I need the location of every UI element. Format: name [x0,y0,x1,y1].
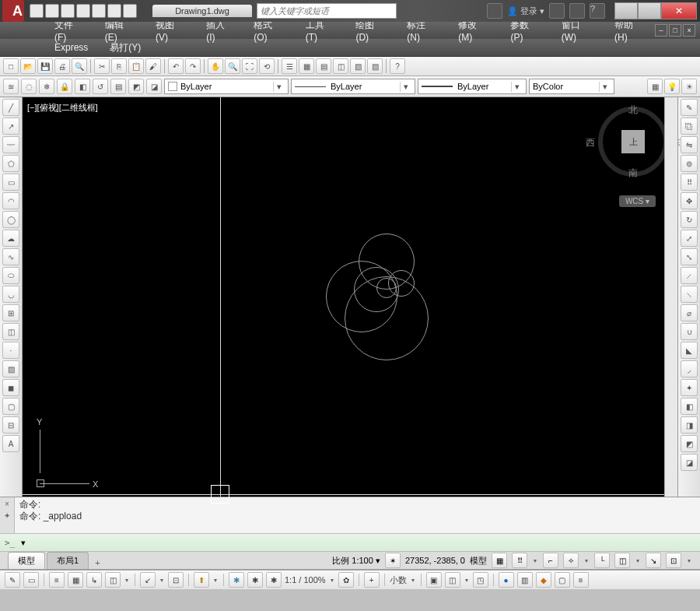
layer-lock-icon[interactable]: 🔒 [57,79,72,94]
copy-obj-icon[interactable]: ⿻ [681,118,698,135]
join-icon[interactable]: ∪ [681,323,698,340]
annoscale-icon[interactable]: ✶ [385,553,401,568]
polygon-tool-icon[interactable]: ⬠ [2,155,19,172]
mirror-icon[interactable]: ⇋ [681,136,698,153]
plotstyle-dropdown[interactable]: ByColor ▾ [529,79,614,94]
text-tool-icon[interactable]: A [2,435,19,452]
make-block-icon[interactable]: ◫ [2,323,19,340]
trim-icon[interactable]: ⟋ [681,267,698,284]
wcs-badge[interactable]: WCS ▾ [619,195,656,207]
exchange-icon[interactable] [549,3,565,19]
calc-icon[interactable]: ▨ [367,58,383,74]
ucs-top-icon[interactable]: ⬆ [194,572,209,588]
design-center-icon[interactable]: ▦ [299,58,314,74]
menu-express[interactable]: Express [44,40,99,55]
help-icon-2[interactable]: ? [390,58,405,74]
qat-print-icon[interactable] [92,4,106,18]
explode-icon[interactable]: ✦ [681,379,698,396]
layer-color-icon[interactable]: ◧ [75,79,90,94]
anno-icon[interactable]: ✱ [247,572,263,588]
search-icon[interactable] [487,3,502,19]
qat-undo-icon[interactable] [107,4,121,18]
qat-redo-icon[interactable] [123,4,137,18]
markup-icon[interactable]: ▧ [350,58,366,74]
tab-model[interactable]: 模型 [8,552,45,569]
grid2-icon[interactable]: ≡ [49,572,65,588]
layer-manager-icon[interactable]: ≋ [3,79,19,94]
tool-palette-icon[interactable]: ▤ [316,58,331,74]
maximize-button[interactable]: □ [638,2,661,19]
save-icon[interactable]: 💾 [37,58,53,74]
app-logo[interactable]: A [2,0,24,22]
mdi-max[interactable]: □ [669,24,681,37]
zoom-icon[interactable]: 🔍 [225,58,240,74]
lineweight-dropdown[interactable]: ByLayer ▾ [418,79,527,94]
chamfer-icon[interactable]: ◣ [681,342,698,359]
scale-label[interactable]: 比例 1:100 ▾ [332,555,380,567]
layer-match-icon[interactable]: ◪ [146,79,162,94]
sheet-set-icon[interactable]: ◫ [333,58,348,74]
person-icon[interactable]: ✱ [229,572,244,588]
polar2-icon[interactable]: ↳ [86,572,102,588]
snapmode-icon[interactable]: ▭ [23,572,39,588]
dyn-input-icon[interactable]: ⊡ [666,553,681,568]
region-tool-icon[interactable]: ▢ [2,398,19,415]
sun-icon[interactable]: ☀ [681,79,697,94]
offset-icon[interactable]: ⊚ [681,155,698,172]
mdi-close[interactable]: × [683,24,695,37]
dynucs-icon[interactable]: ↙ [140,572,156,588]
modify-19-icon[interactable]: ◩ [681,435,698,452]
arc-tool-icon[interactable]: ◠ [2,192,19,209]
gradient-tool-icon[interactable]: ◼ [2,379,19,396]
layer-iso-icon[interactable]: ◩ [128,79,144,94]
spline-tool-icon[interactable]: ∿ [2,248,19,265]
modify-17-icon[interactable]: ◧ [681,398,698,415]
vertical-scrollbar[interactable] [664,97,677,497]
iso-draft-icon[interactable]: ◆ [536,572,551,588]
qat-open-icon[interactable] [45,4,59,18]
osnap-icon[interactable]: └ [594,553,610,568]
rotate-icon[interactable]: ↻ [681,211,698,228]
polar-icon[interactable]: ✧ [563,553,579,568]
ellipse-tool-icon[interactable]: ⬭ [2,267,19,284]
tab-add-button[interactable]: + [90,557,104,569]
rectangle-tool-icon[interactable]: ▭ [2,174,19,191]
cloud-icon[interactable]: ● [499,572,514,588]
sc-icon[interactable]: ⊡ [168,572,184,588]
infer-icon[interactable]: ✎ [5,572,20,588]
help-search-input[interactable] [257,3,397,19]
fillet-icon[interactable]: ◞ [681,360,698,377]
compass-w[interactable]: 西 [586,136,595,149]
space-model-label[interactable]: 模型 [470,555,487,567]
grid-icon[interactable]: ▦ [492,553,507,568]
clean-icon[interactable]: ▢ [555,572,570,588]
3dosnap-icon[interactable]: ◫ [614,553,630,568]
properties-icon[interactable]: ☰ [282,58,297,74]
anno2-icon[interactable]: ✱ [266,572,282,588]
qat-saveas-icon[interactable] [76,4,90,18]
cmd-config-icon[interactable]: ✦ [4,511,10,520]
viewcube[interactable]: 北 南 西 东 上 [598,107,668,177]
iso-icon[interactable]: ◫ [105,572,121,588]
viewcube-top-face[interactable]: 上 [621,130,645,153]
compass-n[interactable]: 北 [598,104,668,117]
units-label[interactable]: 小数 [390,574,407,586]
layer-off-icon[interactable]: ◌ [21,79,37,94]
ellipse-arc-tool-icon[interactable]: ◡ [2,286,19,303]
snap-icon[interactable]: ⠿ [512,553,527,568]
plot-preview-icon[interactable]: 🔍 [72,58,87,74]
cut-icon[interactable]: ✂ [94,58,110,74]
line-tool-icon[interactable]: ╱ [2,99,19,116]
help-icon[interactable]: ? [590,3,605,19]
transparency-icon[interactable]: ▦ [647,79,663,94]
lock-icon[interactable]: + [364,572,380,588]
layer-freeze-icon[interactable]: ❄ [39,79,54,94]
array-icon[interactable]: ⠿ [681,174,698,191]
undo-icon[interactable]: ↶ [168,58,184,74]
login-label[interactable]: 👤 登录 ▾ [507,5,544,17]
menu-easyprint[interactable]: 易打(Y) [99,39,152,57]
document-tab[interactable]: Drawing1.dwg [152,5,252,17]
matchprop-icon[interactable]: 🖌 [145,58,161,74]
3d-icon[interactable]: ◳ [473,572,488,588]
cmd-close-icon[interactable]: × [5,500,9,508]
